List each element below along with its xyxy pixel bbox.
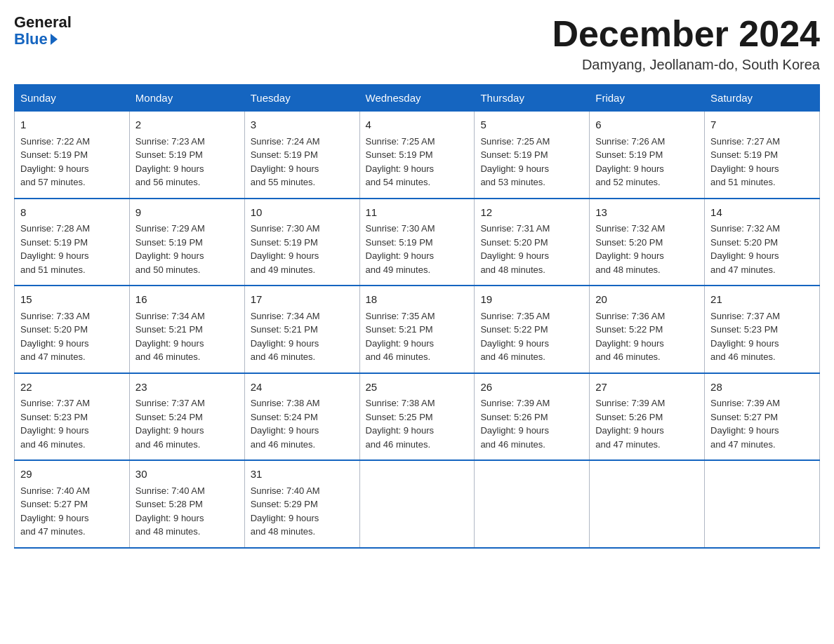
calendar-week-3: 15Sunrise: 7:33 AM Sunset: 5:20 PM Dayli… xyxy=(15,286,820,373)
calendar-cell: 9Sunrise: 7:29 AM Sunset: 5:19 PM Daylig… xyxy=(129,199,244,286)
title-block: December 2024 Damyang, Jeollanam-do, Sou… xyxy=(552,14,820,73)
day-info: Sunrise: 7:34 AM Sunset: 5:21 PM Dayligh… xyxy=(251,309,354,364)
day-number: 17 xyxy=(251,292,354,308)
day-info: Sunrise: 7:25 AM Sunset: 5:19 PM Dayligh… xyxy=(480,135,583,189)
calendar-cell: 29Sunrise: 7:40 AM Sunset: 5:27 PM Dayli… xyxy=(15,460,130,548)
calendar-week-4: 22Sunrise: 7:37 AM Sunset: 5:23 PM Dayli… xyxy=(15,373,820,461)
day-number: 4 xyxy=(366,117,469,133)
day-number: 20 xyxy=(595,292,699,308)
day-number: 27 xyxy=(595,380,699,396)
calendar-cell xyxy=(359,460,475,548)
logo: General Blue xyxy=(14,14,72,48)
day-number: 28 xyxy=(710,380,814,396)
calendar-cell: 28Sunrise: 7:39 AM Sunset: 5:27 PM Dayli… xyxy=(705,373,820,461)
calendar-cell xyxy=(705,460,820,548)
calendar-cell: 13Sunrise: 7:32 AM Sunset: 5:20 PM Dayli… xyxy=(590,199,705,286)
day-number: 3 xyxy=(251,117,354,133)
day-number: 16 xyxy=(135,292,239,308)
calendar-week-1: 1Sunrise: 7:22 AM Sunset: 5:19 PM Daylig… xyxy=(15,112,820,199)
day-info: Sunrise: 7:30 AM Sunset: 5:19 PM Dayligh… xyxy=(366,222,469,276)
day-number: 31 xyxy=(251,467,354,483)
day-info: Sunrise: 7:37 AM Sunset: 5:23 PM Dayligh… xyxy=(20,396,124,451)
logo-blue-text: Blue xyxy=(14,31,72,48)
column-header-sunday: Sunday xyxy=(15,85,130,112)
day-info: Sunrise: 7:32 AM Sunset: 5:20 PM Dayligh… xyxy=(710,222,814,276)
day-info: Sunrise: 7:34 AM Sunset: 5:21 PM Dayligh… xyxy=(135,309,239,364)
day-info: Sunrise: 7:35 AM Sunset: 5:22 PM Dayligh… xyxy=(480,309,583,364)
calendar-week-2: 8Sunrise: 7:28 AM Sunset: 5:19 PM Daylig… xyxy=(15,199,820,286)
day-info: Sunrise: 7:26 AM Sunset: 5:19 PM Dayligh… xyxy=(595,135,699,189)
day-info: Sunrise: 7:39 AM Sunset: 5:26 PM Dayligh… xyxy=(480,396,583,451)
day-number: 14 xyxy=(710,205,814,221)
column-header-wednesday: Wednesday xyxy=(359,85,475,112)
day-number: 10 xyxy=(251,205,354,221)
calendar-cell: 4Sunrise: 7:25 AM Sunset: 5:19 PM Daylig… xyxy=(359,112,475,199)
day-number: 1 xyxy=(20,117,124,133)
day-info: Sunrise: 7:40 AM Sunset: 5:29 PM Dayligh… xyxy=(251,484,354,539)
column-header-saturday: Saturday xyxy=(705,85,820,112)
column-header-tuesday: Tuesday xyxy=(244,85,359,112)
calendar-cell: 6Sunrise: 7:26 AM Sunset: 5:19 PM Daylig… xyxy=(590,112,705,199)
column-header-friday: Friday xyxy=(590,85,705,112)
calendar-cell: 14Sunrise: 7:32 AM Sunset: 5:20 PM Dayli… xyxy=(705,199,820,286)
calendar-cell: 17Sunrise: 7:34 AM Sunset: 5:21 PM Dayli… xyxy=(244,286,359,373)
day-number: 18 xyxy=(366,292,469,308)
day-number: 23 xyxy=(135,380,239,396)
calendar-table: SundayMondayTuesdayWednesdayThursdayFrid… xyxy=(14,84,820,549)
day-info: Sunrise: 7:40 AM Sunset: 5:27 PM Dayligh… xyxy=(20,484,124,539)
calendar-cell: 20Sunrise: 7:36 AM Sunset: 5:22 PM Dayli… xyxy=(590,286,705,373)
calendar-cell: 1Sunrise: 7:22 AM Sunset: 5:19 PM Daylig… xyxy=(15,112,130,199)
day-info: Sunrise: 7:24 AM Sunset: 5:19 PM Dayligh… xyxy=(251,135,354,189)
logo-general-text: General xyxy=(14,14,72,31)
calendar-cell xyxy=(590,460,705,548)
day-info: Sunrise: 7:29 AM Sunset: 5:19 PM Dayligh… xyxy=(135,222,239,276)
calendar-cell: 23Sunrise: 7:37 AM Sunset: 5:24 PM Dayli… xyxy=(129,373,244,461)
day-info: Sunrise: 7:38 AM Sunset: 5:24 PM Dayligh… xyxy=(251,396,354,451)
calendar-cell: 21Sunrise: 7:37 AM Sunset: 5:23 PM Dayli… xyxy=(705,286,820,373)
day-info: Sunrise: 7:37 AM Sunset: 5:23 PM Dayligh… xyxy=(710,309,814,364)
day-info: Sunrise: 7:27 AM Sunset: 5:19 PM Dayligh… xyxy=(710,135,814,189)
day-number: 29 xyxy=(20,467,124,483)
calendar-body: 1Sunrise: 7:22 AM Sunset: 5:19 PM Daylig… xyxy=(15,112,820,548)
calendar-cell: 31Sunrise: 7:40 AM Sunset: 5:29 PM Dayli… xyxy=(244,460,359,548)
day-number: 19 xyxy=(480,292,583,308)
calendar-cell: 8Sunrise: 7:28 AM Sunset: 5:19 PM Daylig… xyxy=(15,199,130,286)
day-number: 9 xyxy=(135,205,239,221)
day-info: Sunrise: 7:39 AM Sunset: 5:26 PM Dayligh… xyxy=(595,396,699,451)
calendar-cell xyxy=(475,460,590,548)
day-number: 24 xyxy=(251,380,354,396)
day-number: 5 xyxy=(480,117,583,133)
day-number: 26 xyxy=(480,380,583,396)
day-info: Sunrise: 7:23 AM Sunset: 5:19 PM Dayligh… xyxy=(135,135,239,189)
day-number: 7 xyxy=(710,117,814,133)
day-info: Sunrise: 7:28 AM Sunset: 5:19 PM Dayligh… xyxy=(20,222,124,276)
calendar-header: SundayMondayTuesdayWednesdayThursdayFrid… xyxy=(15,85,820,112)
calendar-cell: 11Sunrise: 7:30 AM Sunset: 5:19 PM Dayli… xyxy=(359,199,475,286)
day-info: Sunrise: 7:35 AM Sunset: 5:21 PM Dayligh… xyxy=(366,309,469,364)
day-number: 2 xyxy=(135,117,239,133)
calendar-cell: 18Sunrise: 7:35 AM Sunset: 5:21 PM Dayli… xyxy=(359,286,475,373)
logo-triangle-icon xyxy=(51,34,58,45)
calendar-cell: 26Sunrise: 7:39 AM Sunset: 5:26 PM Dayli… xyxy=(475,373,590,461)
day-info: Sunrise: 7:22 AM Sunset: 5:19 PM Dayligh… xyxy=(20,135,124,189)
calendar-cell: 7Sunrise: 7:27 AM Sunset: 5:19 PM Daylig… xyxy=(705,112,820,199)
day-info: Sunrise: 7:39 AM Sunset: 5:27 PM Dayligh… xyxy=(710,396,814,451)
day-info: Sunrise: 7:25 AM Sunset: 5:19 PM Dayligh… xyxy=(366,135,469,189)
calendar-cell: 15Sunrise: 7:33 AM Sunset: 5:20 PM Dayli… xyxy=(15,286,130,373)
calendar-cell: 27Sunrise: 7:39 AM Sunset: 5:26 PM Dayli… xyxy=(590,373,705,461)
calendar-cell: 22Sunrise: 7:37 AM Sunset: 5:23 PM Dayli… xyxy=(15,373,130,461)
day-number: 21 xyxy=(710,292,814,308)
day-info: Sunrise: 7:33 AM Sunset: 5:20 PM Dayligh… xyxy=(20,309,124,364)
day-info: Sunrise: 7:32 AM Sunset: 5:20 PM Dayligh… xyxy=(595,222,699,276)
day-info: Sunrise: 7:37 AM Sunset: 5:24 PM Dayligh… xyxy=(135,396,239,451)
day-number: 12 xyxy=(480,205,583,221)
day-info: Sunrise: 7:36 AM Sunset: 5:22 PM Dayligh… xyxy=(595,309,699,364)
day-number: 15 xyxy=(20,292,124,308)
calendar-cell: 16Sunrise: 7:34 AM Sunset: 5:21 PM Dayli… xyxy=(129,286,244,373)
calendar-week-5: 29Sunrise: 7:40 AM Sunset: 5:27 PM Dayli… xyxy=(15,460,820,548)
location-subtitle: Damyang, Jeollanam-do, South Korea xyxy=(552,57,820,73)
calendar-cell: 2Sunrise: 7:23 AM Sunset: 5:19 PM Daylig… xyxy=(129,112,244,199)
month-title: December 2024 xyxy=(552,14,820,54)
calendar-cell: 19Sunrise: 7:35 AM Sunset: 5:22 PM Dayli… xyxy=(475,286,590,373)
calendar-cell: 12Sunrise: 7:31 AM Sunset: 5:20 PM Dayli… xyxy=(475,199,590,286)
